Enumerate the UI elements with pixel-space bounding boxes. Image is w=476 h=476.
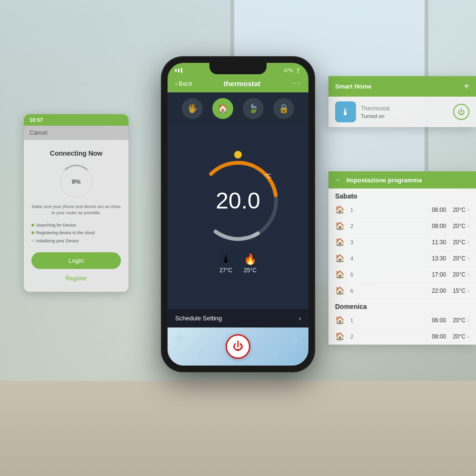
login-button[interactable]: Login	[31, 252, 121, 269]
row-time-s5: 17:00	[432, 271, 446, 278]
phone-device: 47% 🔋 ‹ Back thermostat ··· 🖐 🏠 🍃 🔒	[162, 57, 314, 371]
snowflake-decoration-4: ❄	[270, 348, 280, 362]
step-label-1: Searching for Device	[36, 221, 76, 229]
person-icon-s2: 🏠	[335, 221, 347, 230]
mode-program-button[interactable]: 🏠	[212, 98, 233, 119]
row-time-s1: 06:00	[432, 207, 446, 213]
row-time-d2: 08:00	[432, 333, 446, 340]
back-label[interactable]: Back	[178, 80, 192, 87]
signal-bar-3	[181, 68, 182, 73]
person-icon-s3: 🏠	[335, 238, 347, 247]
row-temp-s3: 20°C	[453, 239, 466, 246]
nav-title: thermostat	[224, 79, 261, 88]
row-temp-d2: 20°C	[453, 333, 466, 340]
register-link[interactable]: Register	[66, 275, 87, 282]
mode-lock-button[interactable]: 🔒	[273, 98, 294, 119]
schedule-row-d1[interactable]: 🏠 1 06:00 20°C ›	[328, 312, 476, 328]
power-icon: ⏻	[233, 340, 243, 353]
row-time-d1: 06:00	[432, 317, 446, 324]
section-domenica: Domenica	[328, 299, 476, 312]
schedule-bar[interactable]: Schedule Setting ›	[168, 309, 308, 327]
row-temp-s4: 20°C	[453, 255, 466, 262]
schedule-back-button[interactable]: ←	[335, 176, 342, 184]
row-label-s3: 3	[350, 239, 353, 245]
row-time-s3: 11:30	[432, 239, 446, 246]
person-icon-s5: 🏠	[335, 270, 347, 279]
panel-body: Connecting Now 9% Make sure your phone a…	[24, 140, 129, 292]
device-power-toggle[interactable]: ⏻	[453, 104, 469, 120]
row-arrow-d2: ›	[467, 333, 469, 340]
device-row: 🌡 Thermostat Turned on ⏻	[328, 97, 476, 127]
row-arrow-s1: ›	[467, 207, 469, 213]
battery-percent: 47%	[284, 68, 293, 73]
schedule-arrow-icon: ›	[299, 315, 301, 322]
phone-body: 47% 🔋 ‹ Back thermostat ··· 🖐 🏠 🍃 🔒	[162, 57, 314, 371]
row-arrow-s5: ›	[467, 271, 469, 278]
cool-value: 25°C	[244, 267, 257, 274]
device-name: Thermostat	[361, 105, 448, 112]
step-dot-1	[31, 224, 34, 227]
power-section: ❄ ❄ ❄ ❄ ⏻	[168, 327, 308, 366]
device-panel-title: Smart Home	[335, 83, 372, 90]
schedule-row-s4[interactable]: 🏠 4 13:30 20°C ›	[328, 250, 476, 267]
row-time-s2: 08:00	[432, 223, 446, 229]
signal-bar-1	[175, 69, 177, 72]
person-icon-s6: 🏠	[335, 286, 347, 295]
phone-screen: 47% 🔋 ‹ Back thermostat ··· 🖐 🏠 🍃 🔒	[168, 63, 308, 366]
progress-circle: 9%	[60, 165, 93, 198]
row-label-s1: 1	[350, 207, 353, 213]
cancel-button[interactable]: Cancel	[30, 129, 47, 136]
phone-nav-bar: ‹ Back thermostat ···	[168, 76, 308, 92]
step-3: Initializing your Device	[31, 237, 121, 245]
row-arrow-s4: ›	[467, 255, 469, 262]
snowflake-decoration-3: ❄	[196, 348, 206, 362]
add-device-button[interactable]: +	[464, 81, 469, 92]
panel-time: 10:57	[30, 117, 43, 123]
row-label-d1: 1	[350, 317, 353, 323]
device-info: Thermostat Turned on	[361, 105, 448, 119]
power-button[interactable]: ⏻	[226, 334, 250, 359]
mode-eco-button[interactable]: 🍃	[243, 98, 264, 119]
schedule-row-s1[interactable]: 🏠 1 06:00 20°C ›	[328, 202, 476, 218]
back-chevron-icon: ‹	[175, 80, 177, 87]
device-panel-header: Smart Home +	[328, 76, 476, 97]
panel-status-bar: 10:57	[24, 114, 129, 126]
schedule-label[interactable]: Schedule Setting	[175, 315, 222, 322]
floor	[0, 381, 476, 476]
schedule-row-d2[interactable]: 🏠 2 08:00 20°C ›	[328, 328, 476, 345]
schedule-row-s6[interactable]: 🏠 6 22:00 15°C ›	[328, 283, 476, 299]
connecting-panel: 10:57 Cancel Connecting Now 9% Make sure…	[24, 114, 129, 292]
heat-value: 27°C	[219, 267, 232, 274]
row-label-s5: 5	[350, 272, 353, 278]
schedule-panel-header: ← Impostazione programma	[328, 171, 476, 188]
row-arrow-d1: ›	[467, 317, 469, 324]
phone-notch	[209, 63, 267, 74]
schedule-panel-title: Impostazione programma	[347, 177, 422, 184]
row-temp-d1: 20°C	[453, 317, 466, 324]
row-label-s2: 2	[350, 223, 353, 229]
schedule-row-s2[interactable]: 🏠 2 08:00 20°C ›	[328, 218, 476, 234]
progress-value: 9%	[72, 178, 81, 185]
mode-manual-button[interactable]: 🖐	[182, 98, 203, 119]
row-label-s6: 6	[350, 288, 353, 294]
row-label-d2: 2	[350, 334, 353, 339]
mode-icons-row: 🖐 🏠 🍃 🔒	[168, 92, 308, 125]
step-dot-2	[31, 231, 34, 234]
snowflake-decoration-1: ❄	[175, 332, 184, 346]
row-temp-s2: 20°C	[453, 223, 466, 229]
signal-bar-2	[178, 69, 179, 72]
device-status: Turned on	[361, 113, 448, 119]
device-icon: 🌡	[335, 101, 356, 122]
person-icon-d1: 🏠	[335, 316, 347, 325]
schedule-row-s5[interactable]: 🏠 5 17:00 20°C ›	[328, 267, 476, 283]
more-options-button[interactable]: ···	[292, 79, 301, 88]
step-label-2: Registering device to the cloud	[36, 229, 95, 237]
cancel-bar[interactable]: Cancel	[24, 126, 129, 140]
back-button[interactable]: ‹ Back	[175, 80, 192, 87]
battery-icon: 🔋	[295, 68, 301, 73]
schedule-row-s3[interactable]: 🏠 3 11:30 20°C ›	[328, 234, 476, 250]
dial-temp-display: 20.0	[190, 153, 286, 248]
person-icon-s1: 🏠	[335, 205, 347, 214]
temperature-dial[interactable]: 20.0 °C	[190, 153, 286, 248]
row-time-s4: 13:30	[432, 255, 446, 262]
